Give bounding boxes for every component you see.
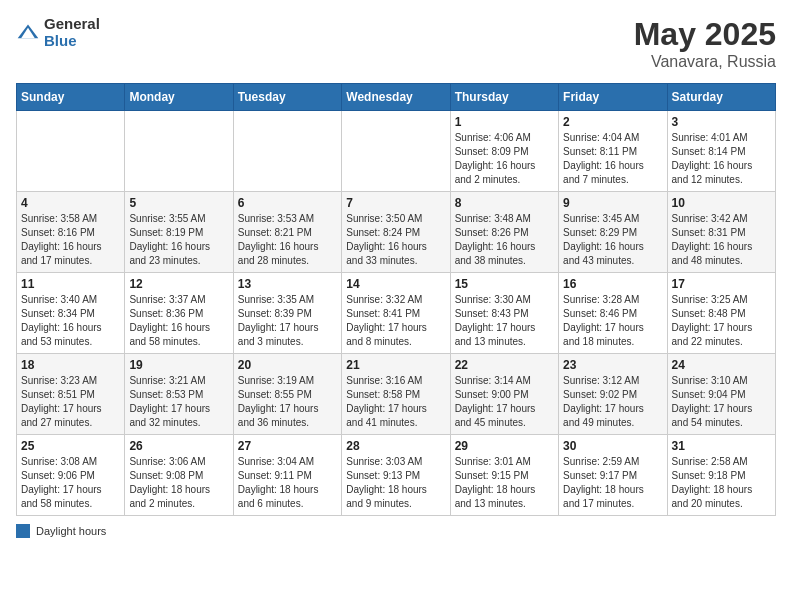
day-number: 14: [346, 277, 445, 291]
calendar-cell: [17, 111, 125, 192]
day-info: Sunrise: 3:19 AM Sunset: 8:55 PM Dayligh…: [238, 374, 337, 430]
day-number: 4: [21, 196, 120, 210]
day-number: 24: [672, 358, 771, 372]
day-number: 16: [563, 277, 662, 291]
calendar-cell: 3Sunrise: 4:01 AM Sunset: 8:14 PM Daylig…: [667, 111, 775, 192]
page-header: General Blue May 2025 Vanavara, Russia: [16, 16, 776, 71]
calendar-cell: [125, 111, 233, 192]
day-info: Sunrise: 3:42 AM Sunset: 8:31 PM Dayligh…: [672, 212, 771, 268]
day-info: Sunrise: 3:23 AM Sunset: 8:51 PM Dayligh…: [21, 374, 120, 430]
calendar-cell: 29Sunrise: 3:01 AM Sunset: 9:15 PM Dayli…: [450, 435, 558, 516]
calendar-cell: 1Sunrise: 4:06 AM Sunset: 8:09 PM Daylig…: [450, 111, 558, 192]
day-number: 17: [672, 277, 771, 291]
calendar-cell: 24Sunrise: 3:10 AM Sunset: 9:04 PM Dayli…: [667, 354, 775, 435]
calendar-cell: 18Sunrise: 3:23 AM Sunset: 8:51 PM Dayli…: [17, 354, 125, 435]
day-number: 3: [672, 115, 771, 129]
day-number: 22: [455, 358, 554, 372]
day-info: Sunrise: 4:04 AM Sunset: 8:11 PM Dayligh…: [563, 131, 662, 187]
day-number: 7: [346, 196, 445, 210]
calendar-cell: 4Sunrise: 3:58 AM Sunset: 8:16 PM Daylig…: [17, 192, 125, 273]
day-info: Sunrise: 3:58 AM Sunset: 8:16 PM Dayligh…: [21, 212, 120, 268]
calendar-table: SundayMondayTuesdayWednesdayThursdayFrid…: [16, 83, 776, 516]
day-number: 1: [455, 115, 554, 129]
day-number: 12: [129, 277, 228, 291]
day-info: Sunrise: 2:59 AM Sunset: 9:17 PM Dayligh…: [563, 455, 662, 511]
legend-label: Daylight hours: [36, 525, 106, 537]
day-info: Sunrise: 3:14 AM Sunset: 9:00 PM Dayligh…: [455, 374, 554, 430]
day-info: Sunrise: 3:48 AM Sunset: 8:26 PM Dayligh…: [455, 212, 554, 268]
calendar-cell: 6Sunrise: 3:53 AM Sunset: 8:21 PM Daylig…: [233, 192, 341, 273]
day-header-wednesday: Wednesday: [342, 84, 450, 111]
calendar-cell: 30Sunrise: 2:59 AM Sunset: 9:17 PM Dayli…: [559, 435, 667, 516]
calendar-cell: 22Sunrise: 3:14 AM Sunset: 9:00 PM Dayli…: [450, 354, 558, 435]
calendar-cell: 20Sunrise: 3:19 AM Sunset: 8:55 PM Dayli…: [233, 354, 341, 435]
calendar-week-row: 11Sunrise: 3:40 AM Sunset: 8:34 PM Dayli…: [17, 273, 776, 354]
legend-box: [16, 524, 30, 538]
day-info: Sunrise: 3:10 AM Sunset: 9:04 PM Dayligh…: [672, 374, 771, 430]
calendar-week-row: 25Sunrise: 3:08 AM Sunset: 9:06 PM Dayli…: [17, 435, 776, 516]
calendar-cell: 11Sunrise: 3:40 AM Sunset: 8:34 PM Dayli…: [17, 273, 125, 354]
day-number: 25: [21, 439, 120, 453]
day-info: Sunrise: 3:35 AM Sunset: 8:39 PM Dayligh…: [238, 293, 337, 349]
day-info: Sunrise: 3:01 AM Sunset: 9:15 PM Dayligh…: [455, 455, 554, 511]
day-number: 31: [672, 439, 771, 453]
day-number: 11: [21, 277, 120, 291]
day-info: Sunrise: 2:58 AM Sunset: 9:18 PM Dayligh…: [672, 455, 771, 511]
logo-general-text: General: [44, 16, 100, 33]
day-number: 9: [563, 196, 662, 210]
day-number: 27: [238, 439, 337, 453]
calendar-cell: 27Sunrise: 3:04 AM Sunset: 9:11 PM Dayli…: [233, 435, 341, 516]
day-number: 26: [129, 439, 228, 453]
calendar-cell: 19Sunrise: 3:21 AM Sunset: 8:53 PM Dayli…: [125, 354, 233, 435]
title-block: May 2025 Vanavara, Russia: [634, 16, 776, 71]
day-header-sunday: Sunday: [17, 84, 125, 111]
day-info: Sunrise: 4:06 AM Sunset: 8:09 PM Dayligh…: [455, 131, 554, 187]
day-info: Sunrise: 3:03 AM Sunset: 9:13 PM Dayligh…: [346, 455, 445, 511]
logo-blue-text: Blue: [44, 33, 100, 50]
calendar-header-row: SundayMondayTuesdayWednesdayThursdayFrid…: [17, 84, 776, 111]
calendar-cell: 23Sunrise: 3:12 AM Sunset: 9:02 PM Dayli…: [559, 354, 667, 435]
day-number: 29: [455, 439, 554, 453]
calendar-week-row: 18Sunrise: 3:23 AM Sunset: 8:51 PM Dayli…: [17, 354, 776, 435]
calendar-cell: 5Sunrise: 3:55 AM Sunset: 8:19 PM Daylig…: [125, 192, 233, 273]
calendar-cell: 26Sunrise: 3:06 AM Sunset: 9:08 PM Dayli…: [125, 435, 233, 516]
day-info: Sunrise: 4:01 AM Sunset: 8:14 PM Dayligh…: [672, 131, 771, 187]
day-info: Sunrise: 3:50 AM Sunset: 8:24 PM Dayligh…: [346, 212, 445, 268]
calendar-cell: 15Sunrise: 3:30 AM Sunset: 8:43 PM Dayli…: [450, 273, 558, 354]
day-number: 8: [455, 196, 554, 210]
logo: General Blue: [16, 16, 100, 49]
day-info: Sunrise: 3:28 AM Sunset: 8:46 PM Dayligh…: [563, 293, 662, 349]
calendar-cell: 14Sunrise: 3:32 AM Sunset: 8:41 PM Dayli…: [342, 273, 450, 354]
calendar-cell: 21Sunrise: 3:16 AM Sunset: 8:58 PM Dayli…: [342, 354, 450, 435]
logo-icon: [16, 21, 40, 45]
day-number: 18: [21, 358, 120, 372]
calendar-week-row: 4Sunrise: 3:58 AM Sunset: 8:16 PM Daylig…: [17, 192, 776, 273]
day-number: 13: [238, 277, 337, 291]
main-title: May 2025: [634, 16, 776, 53]
day-number: 2: [563, 115, 662, 129]
calendar-cell: 2Sunrise: 4:04 AM Sunset: 8:11 PM Daylig…: [559, 111, 667, 192]
day-number: 6: [238, 196, 337, 210]
day-number: 19: [129, 358, 228, 372]
calendar-cell: 12Sunrise: 3:37 AM Sunset: 8:36 PM Dayli…: [125, 273, 233, 354]
day-number: 5: [129, 196, 228, 210]
day-info: Sunrise: 3:21 AM Sunset: 8:53 PM Dayligh…: [129, 374, 228, 430]
day-header-monday: Monday: [125, 84, 233, 111]
calendar-cell: 8Sunrise: 3:48 AM Sunset: 8:26 PM Daylig…: [450, 192, 558, 273]
calendar-cell: 16Sunrise: 3:28 AM Sunset: 8:46 PM Dayli…: [559, 273, 667, 354]
day-info: Sunrise: 3:06 AM Sunset: 9:08 PM Dayligh…: [129, 455, 228, 511]
calendar-cell: [342, 111, 450, 192]
calendar-cell: 9Sunrise: 3:45 AM Sunset: 8:29 PM Daylig…: [559, 192, 667, 273]
calendar-cell: [233, 111, 341, 192]
calendar-cell: 13Sunrise: 3:35 AM Sunset: 8:39 PM Dayli…: [233, 273, 341, 354]
day-info: Sunrise: 3:37 AM Sunset: 8:36 PM Dayligh…: [129, 293, 228, 349]
calendar-cell: 10Sunrise: 3:42 AM Sunset: 8:31 PM Dayli…: [667, 192, 775, 273]
day-info: Sunrise: 3:04 AM Sunset: 9:11 PM Dayligh…: [238, 455, 337, 511]
day-info: Sunrise: 3:55 AM Sunset: 8:19 PM Dayligh…: [129, 212, 228, 268]
day-number: 23: [563, 358, 662, 372]
day-header-friday: Friday: [559, 84, 667, 111]
day-number: 15: [455, 277, 554, 291]
day-number: 21: [346, 358, 445, 372]
calendar-cell: 7Sunrise: 3:50 AM Sunset: 8:24 PM Daylig…: [342, 192, 450, 273]
subtitle: Vanavara, Russia: [634, 53, 776, 71]
